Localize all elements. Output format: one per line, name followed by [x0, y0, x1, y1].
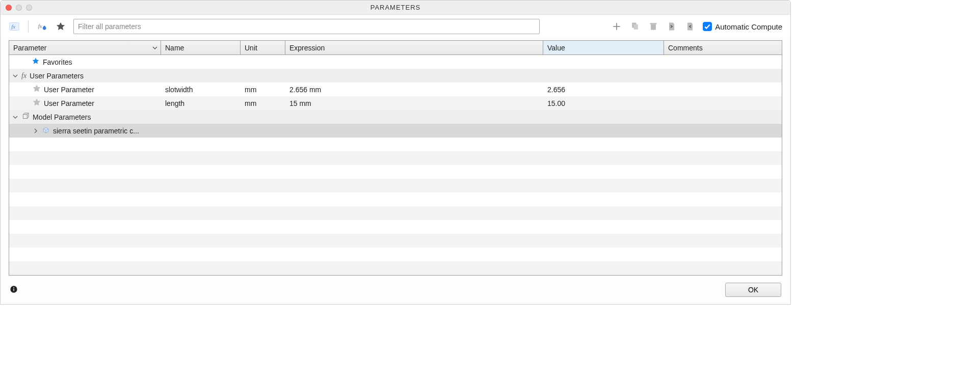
cell-parameter: User Parameter — [44, 86, 94, 94]
cell-unit[interactable]: mm — [241, 86, 285, 94]
toolbar: fx fx — [1, 15, 790, 38]
fx-user-icon[interactable]: fx — [37, 21, 48, 32]
fx-all-icon[interactable]: fx — [9, 21, 20, 32]
empty-row — [9, 179, 782, 193]
svg-rect-11 — [23, 115, 27, 119]
checkbox-checked-icon — [703, 22, 712, 31]
delete-icon[interactable] — [648, 21, 659, 32]
window-controls — [1, 5, 32, 11]
table-body: Favorites fx User Parameters — [9, 55, 782, 275]
group-model-parameters[interactable]: Model Parameters — [9, 110, 782, 124]
empty-row — [9, 151, 782, 165]
parameters-table: Parameter Name Unit Expression Value Com… — [9, 40, 782, 276]
star-outline-icon[interactable] — [33, 85, 41, 94]
chevron-down-icon — [12, 115, 18, 120]
empty-row — [9, 138, 782, 151]
table-row[interactable]: User Parameter length mm 15 mm 15.00 — [9, 96, 782, 110]
copy-icon[interactable] — [629, 21, 641, 32]
cube-icon — [21, 112, 30, 122]
svg-rect-8 — [634, 24, 638, 30]
cell-unit[interactable]: mm — [241, 99, 285, 107]
automatic-compute-toggle[interactable]: Automatic Compute — [703, 22, 782, 31]
svg-text:fx: fx — [11, 23, 15, 30]
column-header-comments[interactable]: Comments — [664, 41, 782, 54]
fx-icon: fx — [21, 72, 27, 80]
empty-row — [9, 234, 782, 248]
cell-value: 15.00 — [543, 99, 664, 107]
group-user-parameters[interactable]: fx User Parameters — [9, 69, 782, 83]
group-favorites[interactable]: Favorites — [9, 55, 782, 69]
group-label: Favorites — [43, 58, 72, 66]
svg-rect-10 — [650, 23, 657, 24]
svg-text:fx: fx — [38, 23, 42, 29]
cell-value: 2.656 — [543, 86, 664, 94]
parameters-dialog: PARAMETERS fx fx — [0, 0, 791, 305]
component-icon — [42, 126, 50, 135]
chevron-right-icon[interactable] — [33, 128, 39, 133]
toolbar-separator — [28, 20, 29, 33]
svg-point-4 — [43, 26, 45, 28]
info-icon[interactable] — [10, 285, 18, 295]
svg-rect-13 — [13, 288, 14, 291]
filter-input[interactable] — [73, 19, 540, 34]
chevron-down-icon — [12, 73, 18, 78]
star-outline-icon[interactable] — [33, 98, 41, 108]
chevron-down-icon — [152, 44, 157, 52]
cell-name[interactable]: length — [161, 99, 241, 107]
column-header-expression[interactable]: Expression — [285, 41, 543, 54]
empty-row — [9, 220, 782, 234]
import-icon[interactable] — [666, 21, 677, 32]
window-close-button[interactable] — [6, 5, 12, 11]
group-label: User Parameters — [30, 72, 84, 80]
column-header-parameter[interactable]: Parameter — [9, 41, 161, 54]
favorites-filter-icon[interactable] — [55, 21, 66, 32]
window-zoom-button[interactable] — [26, 5, 32, 11]
window-minimize-button[interactable] — [16, 5, 22, 11]
empty-row — [9, 261, 782, 275]
table-row[interactable]: User Parameter slotwidth mm 2.656 mm 2.6… — [9, 83, 782, 96]
ok-button[interactable]: OK — [725, 283, 781, 297]
export-icon[interactable] — [684, 21, 696, 32]
empty-row — [9, 248, 782, 261]
empty-row — [9, 165, 782, 179]
column-header-name[interactable]: Name — [161, 41, 241, 54]
tree-item-label: sierra seetin parametric c... — [53, 127, 139, 135]
automatic-compute-label: Automatic Compute — [715, 22, 782, 31]
svg-rect-9 — [651, 24, 656, 30]
group-label: Model Parameters — [33, 113, 91, 121]
tree-item-model-component[interactable]: sierra seetin parametric c... — [9, 124, 782, 138]
column-header-unit[interactable]: Unit — [241, 41, 285, 54]
column-header-value[interactable]: Value — [543, 41, 664, 54]
table-header: Parameter Name Unit Expression Value Com… — [9, 41, 782, 55]
add-parameter-icon[interactable] — [611, 21, 622, 32]
cell-expression[interactable]: 2.656 mm — [285, 86, 543, 94]
cell-parameter: User Parameter — [44, 99, 94, 107]
dialog-footer: OK — [1, 276, 790, 304]
star-icon — [32, 57, 40, 67]
titlebar: PARAMETERS — [1, 1, 790, 15]
cell-name[interactable]: slotwidth — [161, 86, 241, 94]
empty-row — [9, 193, 782, 206]
svg-point-14 — [13, 287, 14, 288]
cell-expression[interactable]: 15 mm — [285, 99, 543, 107]
window-title: PARAMETERS — [1, 4, 790, 11]
empty-row — [9, 206, 782, 220]
